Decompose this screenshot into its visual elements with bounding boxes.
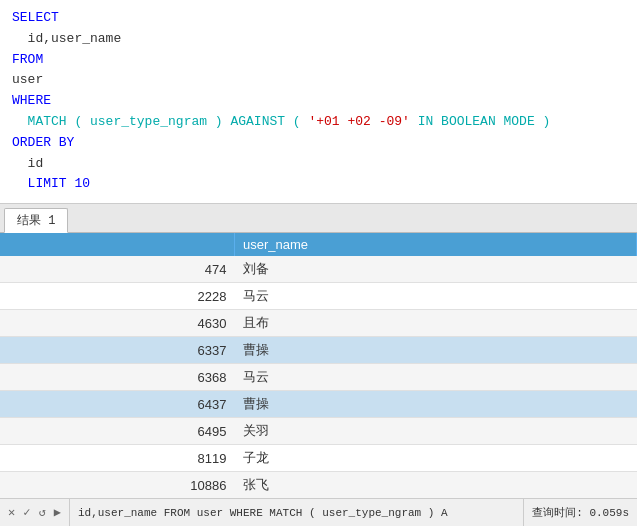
cell-username: 曹操 — [235, 337, 637, 364]
sql-token: ORDER BY — [12, 135, 74, 150]
sql-line: FROM — [12, 50, 625, 71]
col-header-id — [0, 233, 235, 256]
cell-id: 8119 — [0, 445, 235, 472]
table-row[interactable]: 10886张飞 — [0, 472, 637, 498]
cell-username: 关羽 — [235, 418, 637, 445]
cell-id: 6495 — [0, 418, 235, 445]
sql-line: id,user_name — [12, 29, 625, 50]
sql-line: ORDER BY — [12, 133, 625, 154]
cell-username: 马云 — [235, 364, 637, 391]
sql-line: WHERE — [12, 91, 625, 112]
cell-username: 子龙 — [235, 445, 637, 472]
table-header-row: user_name — [0, 233, 637, 256]
cell-username: 刘备 — [235, 256, 637, 283]
results-table: user_name 474刘备2228马云4630且布6337曹操6368马云6… — [0, 233, 637, 498]
table-row[interactable]: 6337曹操 — [0, 337, 637, 364]
cell-id: 4630 — [0, 310, 235, 337]
table-row[interactable]: 4630且布 — [0, 310, 637, 337]
table-row[interactable]: 6437曹操 — [0, 391, 637, 418]
table-row[interactable]: 2228马云 — [0, 283, 637, 310]
sql-token: WHERE — [12, 93, 51, 108]
sql-token: IN BOOLEAN MODE ) — [410, 114, 550, 129]
sql-line: id — [12, 154, 625, 175]
cell-id: 10886 — [0, 472, 235, 498]
status-sql-preview: id,user_name FROM user WHERE MATCH ( use… — [70, 507, 523, 519]
cell-username: 张飞 — [235, 472, 637, 498]
cell-username: 且布 — [235, 310, 637, 337]
cell-id: 474 — [0, 256, 235, 283]
cell-id: 6368 — [0, 364, 235, 391]
refresh-icon[interactable]: ↺ — [36, 503, 47, 522]
results-tabs: 结果 1 — [0, 204, 637, 233]
table-row[interactable]: 6368马云 — [0, 364, 637, 391]
sql-token: user — [12, 72, 43, 87]
sql-line: MATCH ( user_type_ngram ) AGAINST ( '+01… — [12, 112, 625, 133]
cell-username: 马云 — [235, 283, 637, 310]
tab-results-1[interactable]: 结果 1 — [4, 208, 68, 233]
status-query-time: 查询时间: 0.059s — [523, 499, 637, 526]
status-icons: ✕ ✓ ↺ ▶ — [0, 499, 70, 526]
sql-token: '+01 +02 -09' — [308, 114, 409, 129]
cell-id: 2228 — [0, 283, 235, 310]
sql-token: FROM — [12, 52, 43, 67]
table-body: 474刘备2228马云4630且布6337曹操6368马云6437曹操6495关… — [0, 256, 637, 498]
sql-token: LIMIT 10 — [12, 176, 90, 191]
cell-id: 6437 — [0, 391, 235, 418]
status-bar: ✕ ✓ ↺ ▶ id,user_name FROM user WHERE MAT… — [0, 498, 637, 526]
check-icon[interactable]: ✓ — [21, 503, 32, 522]
cell-username: 曹操 — [235, 391, 637, 418]
sql-token: SELECT — [12, 10, 59, 25]
sql-token: id — [12, 156, 43, 171]
table-row[interactable]: 6495关羽 — [0, 418, 637, 445]
sql-token: id,user_name — [12, 31, 121, 46]
sql-line: user — [12, 70, 625, 91]
stop-icon[interactable]: ✕ — [6, 503, 17, 522]
sql-token: MATCH ( user_type_ngram ) AGAINST ( — [12, 114, 308, 129]
table-row[interactable]: 8119子龙 — [0, 445, 637, 472]
results-area[interactable]: user_name 474刘备2228马云4630且布6337曹操6368马云6… — [0, 233, 637, 498]
run-icon[interactable]: ▶ — [52, 503, 63, 522]
sql-editor[interactable]: SELECT id,user_nameFROMuserWHERE MATCH (… — [0, 0, 637, 204]
table-row[interactable]: 474刘备 — [0, 256, 637, 283]
col-header-username: user_name — [235, 233, 637, 256]
cell-id: 6337 — [0, 337, 235, 364]
sql-line: LIMIT 10 — [12, 174, 625, 195]
sql-line: SELECT — [12, 8, 625, 29]
